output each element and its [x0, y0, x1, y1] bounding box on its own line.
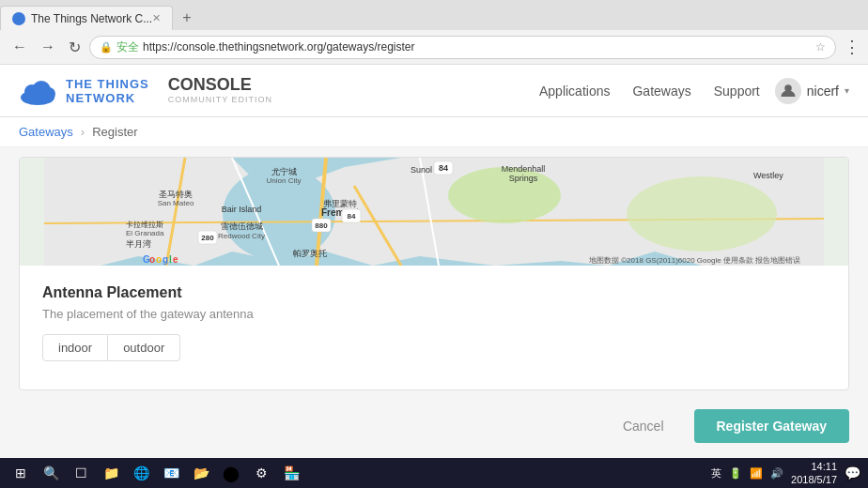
browser-menu-icon[interactable]: ⋮: [844, 37, 860, 57]
app-header: THE THINGSNETWORK CONSOLE COMMUNITY EDIT…: [0, 65, 868, 117]
username-label: nicerf: [807, 84, 839, 99]
mail-button[interactable]: 📧: [158, 460, 184, 486]
antenna-placement-title: Antenna Placement: [42, 284, 826, 301]
breadcrumb-separator: ›: [81, 125, 85, 139]
console-label: CONSOLE: [168, 75, 272, 95]
main-content-card: 尤宁城 Union City Sunol Mendenhall Springs …: [19, 157, 849, 390]
clock-date: 2018/5/17: [791, 473, 837, 486]
settings-icon: ⚙: [256, 465, 268, 480]
svg-text:Mendenhall: Mendenhall: [502, 164, 546, 174]
folder-button[interactable]: 📂: [188, 460, 214, 486]
file-explorer-icon: 📁: [103, 465, 119, 480]
logo-icon: [19, 77, 56, 105]
svg-text:880: 880: [315, 221, 328, 230]
outdoor-option[interactable]: outdoor: [108, 334, 180, 361]
action-bar: Cancel Register Gateway: [0, 400, 868, 458]
chrome-icon: ⬤: [223, 465, 240, 482]
tab-favicon: [12, 12, 25, 25]
nav-bar: ← → ↻ 🔒 安全 https://console.thethingsnetw…: [0, 30, 868, 64]
svg-text:e: e: [173, 254, 178, 265]
new-tab-button[interactable]: +: [177, 9, 196, 26]
svg-text:Bair Island: Bair Island: [222, 205, 262, 214]
taskbar: ⊞ 🔍 ☐ 📁 🌐 📧 📂 ⬤ ⚙ 🏪 英 🔋 📶 🔊 14:11 2018/5…: [0, 458, 868, 488]
tab-title: The Things Network C...: [31, 12, 152, 25]
register-gateway-button[interactable]: Register Gateway: [694, 409, 850, 443]
input-method-icon[interactable]: 英: [711, 466, 721, 480]
start-button[interactable]: ⊞: [8, 460, 34, 486]
task-view-button[interactable]: ☐: [68, 460, 94, 486]
svg-text:o: o: [156, 254, 162, 265]
svg-text:帕罗奥托: 帕罗奥托: [293, 249, 327, 258]
applications-link[interactable]: Applications: [539, 84, 611, 99]
secure-icon: 🔒: [100, 41, 113, 53]
store-icon: 🏪: [284, 465, 300, 480]
svg-text:圣马特奥: 圣马特奥: [159, 190, 193, 199]
user-menu[interactable]: nicerf ▾: [775, 78, 849, 104]
mail-icon: 📧: [163, 465, 179, 480]
svg-text:半月湾: 半月湾: [126, 239, 151, 249]
windows-store-button[interactable]: 🏪: [278, 460, 304, 486]
indoor-option[interactable]: indoor: [42, 334, 108, 361]
tab-close-button[interactable]: ✕: [152, 12, 161, 24]
svg-text:g: g: [163, 254, 168, 265]
bookmark-icon[interactable]: ☆: [815, 40, 826, 53]
clock-time: 14:11: [791, 460, 837, 473]
svg-text:卡拉维拉斯: 卡拉维拉斯: [126, 221, 163, 229]
user-menu-chevron: ▾: [845, 85, 849, 96]
volume-icon: 🔊: [770, 467, 783, 480]
antenna-section: Antenna Placement The placement of the g…: [20, 266, 848, 389]
task-view-icon: ☐: [75, 465, 87, 480]
placement-options: indoor outdoor: [42, 334, 826, 361]
svg-text:Sunol: Sunol: [411, 165, 432, 175]
logo: THE THINGSNETWORK CONSOLE COMMUNITY EDIT…: [19, 75, 272, 106]
svg-point-15: [627, 176, 777, 252]
breadcrumb-parent[interactable]: Gateways: [19, 125, 73, 139]
svg-text:280: 280: [201, 234, 214, 242]
address-bar[interactable]: 🔒 安全 https://console.thethingsnetwork.or…: [89, 36, 836, 59]
chrome-button[interactable]: ⬤: [218, 460, 244, 486]
console-sub: COMMUNITY EDITION: [168, 95, 272, 104]
svg-point-3: [42, 87, 55, 100]
browser-chrome: The Things Network C... ✕ + ← → ↻ 🔒 安全 h…: [0, 0, 868, 65]
svg-point-14: [448, 167, 561, 223]
svg-text:雷德伍德城: 雷德伍德城: [221, 221, 263, 231]
map-container[interactable]: 尤宁城 Union City Sunol Mendenhall Springs …: [20, 158, 848, 266]
svg-text:地图数据 ©2018 GS(2011)6020 Google: 地图数据 ©2018 GS(2011)6020 Google 使用条款 报告地图…: [588, 256, 800, 265]
taskbar-right: 英 🔋 📶 🔊 14:11 2018/5/17 💬: [711, 460, 860, 487]
windows-icon: ⊞: [15, 465, 26, 480]
svg-text:o: o: [149, 254, 155, 265]
active-tab[interactable]: The Things Network C... ✕: [0, 6, 173, 30]
file-explorer-button[interactable]: 📁: [98, 460, 124, 486]
forward-button[interactable]: →: [36, 37, 60, 57]
map-svg: 尤宁城 Union City Sunol Mendenhall Springs …: [20, 158, 848, 266]
network-icon: 📶: [750, 467, 763, 480]
svg-text:l: l: [169, 254, 172, 265]
svg-text:Redwood City: Redwood City: [218, 232, 265, 240]
search-taskbar-icon: 🔍: [43, 465, 59, 480]
svg-text:San Mateo: San Mateo: [158, 199, 194, 207]
logo-line1: THE THINGSNETWORK: [66, 77, 149, 105]
secure-label: 安全: [116, 39, 139, 55]
user-icon: [780, 83, 797, 99]
notification-icon[interactable]: 💬: [845, 465, 860, 480]
breadcrumb: Gateways › Register: [0, 117, 868, 147]
settings-button[interactable]: ⚙: [248, 460, 274, 486]
svg-text:Springs: Springs: [509, 174, 538, 183]
url-text: https://console.thethingsnetwork.org/gat…: [143, 40, 808, 53]
antenna-placement-description: The placement of the gateway antenna: [42, 307, 826, 321]
search-taskbar-button[interactable]: 🔍: [38, 460, 64, 486]
edge-button[interactable]: 🌐: [128, 460, 154, 486]
gateways-link[interactable]: Gateways: [632, 84, 690, 99]
svg-text:84: 84: [439, 163, 448, 173]
user-avatar: [775, 78, 801, 104]
refresh-button[interactable]: ↻: [64, 37, 85, 58]
logo-text: THE THINGSNETWORK: [66, 77, 149, 105]
svg-text:尤宁城: 尤宁城: [271, 167, 297, 176]
system-clock[interactable]: 14:11 2018/5/17: [791, 460, 837, 487]
svg-text:Union City: Union City: [267, 176, 302, 185]
edge-icon: 🌐: [133, 465, 149, 480]
back-button[interactable]: ←: [8, 37, 32, 57]
support-link[interactable]: Support: [714, 84, 760, 99]
cancel-button[interactable]: Cancel: [608, 411, 679, 441]
svg-text:84: 84: [348, 212, 356, 221]
